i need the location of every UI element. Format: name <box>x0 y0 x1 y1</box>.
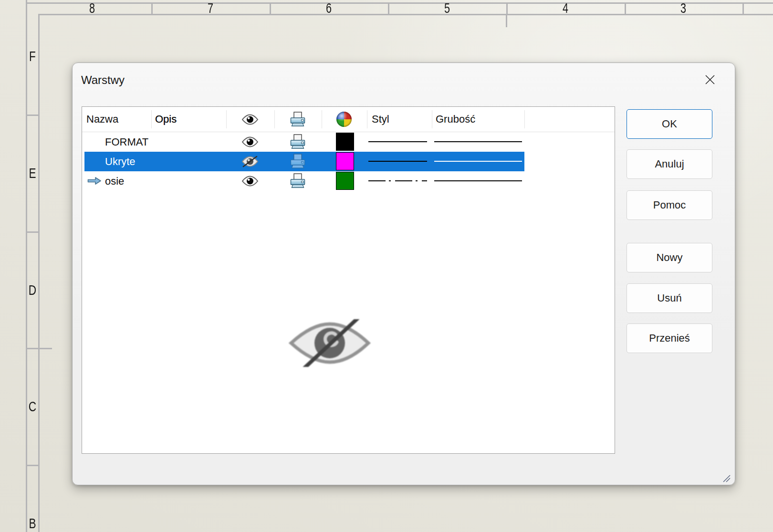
layers-table: Nazwa Opis Opis Styl Grubość FORMAT <box>82 106 615 454</box>
zone-label-top: 4 <box>552 0 579 16</box>
zone-label-left: D <box>27 282 38 298</box>
printer-disabled-icon[interactable] <box>290 154 306 169</box>
zone-label-left: C <box>27 399 38 414</box>
line-style-sample[interactable] <box>368 141 427 142</box>
layer-color-swatch[interactable] <box>336 133 354 151</box>
close-button[interactable] <box>699 69 721 91</box>
zone-tick <box>26 465 39 466</box>
zone-tick <box>742 3 744 15</box>
layer-name: FORMAT <box>105 132 151 152</box>
column-header-name: Nazwa <box>86 107 118 132</box>
table-row-format[interactable]: FORMAT <box>82 132 615 152</box>
zone-tick <box>151 3 153 15</box>
zone-tick <box>26 231 39 233</box>
column-header-style: Styl <box>372 107 389 132</box>
visibility-eye-icon[interactable] <box>241 136 259 148</box>
table-row-ukryte[interactable]: Ukryte <box>82 152 615 171</box>
delete-layer-button[interactable]: Usuń <box>627 283 712 313</box>
cancel-button[interactable]: Anuluj <box>627 149 712 179</box>
sheet-outer-border-h <box>26 2 773 4</box>
zone-tick <box>26 115 39 116</box>
line-thickness-sample[interactable] <box>434 161 522 162</box>
layer-color-swatch[interactable] <box>336 172 354 190</box>
visibility-eye-icon[interactable] <box>241 175 259 187</box>
move-layer-button[interactable]: Przenieś <box>627 323 712 353</box>
sheet-outer-border-v <box>26 0 27 532</box>
eye-icon <box>241 114 259 125</box>
layer-name: Ukryte <box>105 152 151 171</box>
column-header-thickness: Grubość <box>436 107 475 132</box>
zone-label-top: 3 <box>669 0 697 16</box>
hidden-layer-drag-icon <box>287 319 372 367</box>
line-thickness-sample[interactable] <box>434 180 522 181</box>
line-style-sample[interactable] <box>368 161 427 162</box>
printer-icon[interactable] <box>290 173 306 188</box>
center-mark <box>26 348 52 349</box>
close-icon <box>704 74 716 85</box>
zone-tick <box>270 3 271 15</box>
zone-label-left: B <box>27 516 38 531</box>
line-style-sample[interactable] <box>368 180 427 181</box>
resize-grip[interactable] <box>721 472 731 483</box>
line-thickness-sample[interactable] <box>434 141 522 142</box>
layer-color-swatch[interactable] <box>336 152 354 170</box>
zone-label-top: 6 <box>315 0 343 16</box>
table-row-osie[interactable]: osie <box>82 171 615 191</box>
table-header: Nazwa Opis Opis Styl Grubość <box>82 107 615 132</box>
current-layer-arrow-icon <box>87 177 102 185</box>
app-root: { "sheet": { "top_zones": ["8", "7", "6"… <box>0 0 773 532</box>
printer-icon[interactable] <box>290 134 306 149</box>
visibility-eye-off-icon[interactable] <box>241 156 259 167</box>
sheet-inner-border-v <box>38 14 40 532</box>
zone-label-left: E <box>27 166 38 181</box>
zone-label-top: 5 <box>433 0 461 16</box>
color-wheel-icon <box>335 111 353 128</box>
layers-dialog: Warstwy Nazwa Opis Opis Styl Grubość <box>72 63 735 485</box>
zone-label-top: 8 <box>78 0 106 16</box>
center-mark <box>506 15 507 27</box>
printer-icon <box>290 112 306 127</box>
dialog-title: Warstwy <box>81 73 125 87</box>
layer-name: osie <box>105 171 151 191</box>
zone-label-left: F <box>27 49 38 64</box>
new-layer-button[interactable]: Nowy <box>627 243 712 272</box>
sheet-inner-border-h <box>38 14 773 15</box>
ok-button[interactable]: OK <box>627 109 712 139</box>
zone-label-top: 7 <box>197 0 224 16</box>
zone-tick <box>388 3 389 15</box>
zone-tick <box>506 3 508 15</box>
column-header-description-text: Opis <box>155 107 177 132</box>
help-button[interactable]: Pomoc <box>627 190 712 220</box>
zone-tick <box>625 3 626 15</box>
